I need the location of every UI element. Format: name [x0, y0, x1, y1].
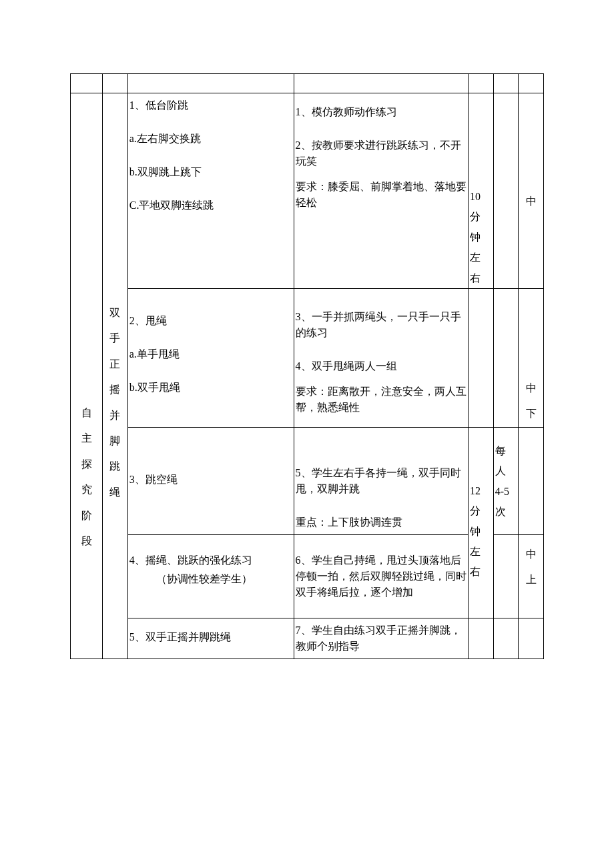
list-item: a.单手甩绳: [129, 346, 292, 362]
right-content: 3、一手并抓两绳头，一只手一只手的练习 4、双手甩绳两人一组 要求：距离散开，注…: [294, 288, 468, 427]
line: 4、双手甩绳两人一组: [296, 358, 467, 374]
intensity-cell: 中上: [519, 534, 544, 618]
line: 7、学生自由练习双手正摇并脚跳，教师个别指导: [296, 622, 467, 655]
table-row: 3、跳空绳 5、学生左右手各持一绳，双手同时甩，双脚并跳 重点：上下肢协调连贯 …: [71, 427, 544, 534]
table-row: 5、双手正摇并脚跳绳 7、学生自由练习双手正摇并脚跳，教师个别指导: [71, 618, 544, 659]
left-content: 2、甩绳 a.单手甩绳 b.双手甩绳: [127, 288, 294, 427]
left-content: 3、跳空绳: [127, 427, 294, 534]
list-item: b.双手甩绳: [129, 380, 292, 396]
time-cell: 12分钟左右: [469, 427, 494, 618]
reps-cell: [493, 288, 519, 427]
line: 5、学生左右手各持一绳，双手同时甩，双脚并跳: [296, 465, 467, 497]
time-cell: 10分钟左右: [469, 93, 494, 289]
time-text: 12分钟左右: [470, 481, 489, 582]
time-text: 10分钟左右: [470, 187, 489, 288]
left-content: 4、摇绳、跳跃的强化练习 （协调性较差学生）: [127, 534, 294, 618]
phase-cell: 自主探究阶段: [71, 93, 103, 659]
req-label: 重点：: [296, 516, 328, 528]
intensity-cell: [519, 618, 544, 659]
section-title: 5、双手正摇并脚跳绳: [129, 629, 292, 645]
req-label: 要求：: [296, 181, 328, 192]
req-label: 要求：: [296, 386, 328, 397]
left-content: 5、双手正摇并脚跳绳: [127, 618, 294, 659]
section-title: 2、甩绳: [129, 313, 292, 329]
intensity-cell: [519, 427, 544, 534]
reps-text: 每人4-5次: [495, 441, 515, 522]
time-cell: [469, 618, 494, 659]
section-title: 3、跳空绳: [129, 472, 292, 488]
requirement: 要求：距离散开，注意安全，两人互帮，熟悉绳性: [296, 384, 467, 416]
intensity-text: 中: [523, 193, 539, 209]
right-content: 1、模仿教师动作练习 2、按教师要求进行跳跃练习，不开玩笑 要求：膝委屈、前脚掌…: [294, 93, 468, 289]
line: 6、学生自己持绳，甩过头顶落地后停顿一拍，然后双脚轻跳过绳，同时双手将绳后拉，逐…: [296, 552, 467, 600]
line: 1、模仿教师动作练习: [296, 104, 467, 120]
right-content: 7、学生自由练习双手正摇并脚跳，教师个别指导: [294, 618, 468, 659]
reps-cell: [493, 534, 519, 618]
section-note: （协调性较差学生）: [129, 571, 292, 587]
right-content: 6、学生自己持绳，甩过头顶落地后停顿一拍，然后双脚轻跳过绳，同时双手将绳后拉，逐…: [294, 534, 468, 618]
left-content: 1、低台阶跳 a.左右脚交换跳 b.双脚跳上跳下 C.平地双脚连续跳: [127, 93, 294, 289]
line: 2、按教师要求进行跳跃练习，不开玩笑: [296, 137, 467, 169]
intensity-text: 中下: [523, 376, 539, 427]
time-cell: [469, 288, 494, 427]
topic-cell: 双手正摇并脚跳绳: [103, 93, 128, 659]
intensity-cell: 中下: [519, 288, 544, 427]
section-title: 1、低台阶跳: [129, 97, 292, 113]
phase-text: 自主探究阶段: [75, 400, 98, 554]
header-row: [71, 74, 544, 93]
intensity-cell: 中: [519, 93, 544, 289]
list-item: b.双脚跳上跳下: [129, 164, 292, 180]
right-content: 5、学生左右手各持一绳，双手同时甩，双脚并跳 重点：上下肢协调连贯: [294, 427, 468, 534]
requirement: 要求：膝委屈、前脚掌着地、落地要轻松: [296, 179, 467, 211]
line: 3、一手并抓两绳头，一只手一只手的练习: [296, 309, 467, 341]
req-text: 上下肢协调连贯: [328, 516, 402, 528]
reps-cell: 每人4-5次: [493, 427, 519, 534]
list-item: a.左右脚交换跳: [129, 131, 292, 147]
table-row: 2、甩绳 a.单手甩绳 b.双手甩绳 3、一手并抓两绳头，一只手一只手的练习 4…: [71, 288, 544, 427]
section-title: 4、摇绳、跳跃的强化练习: [129, 552, 292, 568]
lesson-plan-table: 自主探究阶段 双手正摇并脚跳绳 1、低台阶跳 a.左右脚交换跳 b.双脚跳上跳下…: [70, 73, 544, 659]
requirement: 重点：上下肢协调连贯: [296, 514, 467, 530]
reps-cell: [493, 618, 519, 659]
topic-text: 双手正摇并脚跳绳: [107, 300, 123, 505]
list-item: C.平地双脚连续跳: [129, 197, 292, 213]
reps-cell: [493, 93, 519, 289]
table-row: 自主探究阶段 双手正摇并脚跳绳 1、低台阶跳 a.左右脚交换跳 b.双脚跳上跳下…: [71, 93, 544, 289]
intensity-text: 中上: [523, 542, 539, 593]
